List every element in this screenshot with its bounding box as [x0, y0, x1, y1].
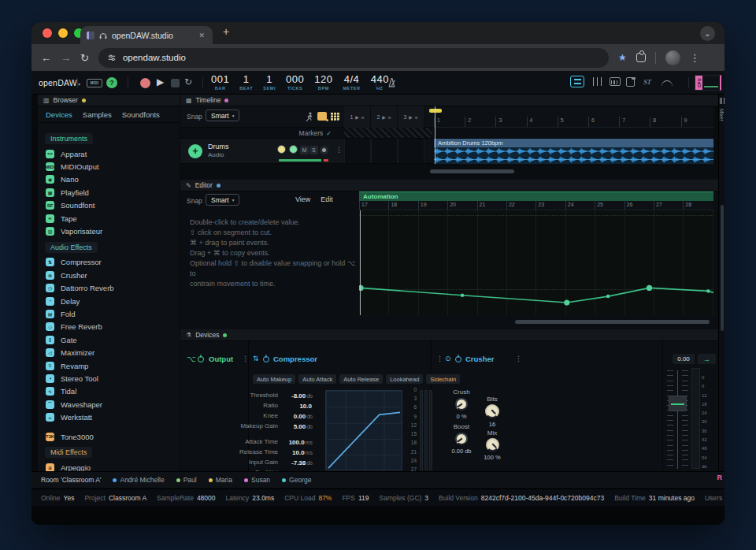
crusher-device-name[interactable]: Crusher [465, 355, 494, 363]
browser-tab-item[interactable]: Soundfonts [122, 110, 160, 119]
param-row[interactable]: Release Time 10.0ms [226, 447, 313, 457]
editor-menu-item[interactable]: View [295, 195, 310, 203]
close-window-button[interactable] [43, 28, 52, 38]
browser-device-item[interactable]: ▥ Vaporisateur [38, 225, 180, 237]
follow-playhead-icon[interactable] [305, 112, 313, 122]
browser-device-item[interactable]: MIDI MIDIOutput [38, 160, 180, 173]
compressor-curve-graph[interactable] [325, 390, 402, 470]
output-device-name[interactable]: Output [209, 355, 233, 363]
output-power-icon[interactable] [198, 356, 204, 362]
transport-field[interactable]: 000 TICKS [286, 73, 304, 91]
scene-play-icon[interactable]: ▶ [382, 114, 386, 120]
browser-device-item[interactable]: ◉ Nano [38, 173, 180, 186]
browser-device-item[interactable]: ⊙ Crusher [38, 269, 180, 281]
timeline-ruler[interactable]: 123456789 [434, 106, 713, 128]
param-row[interactable]: Attack Time 100.0ms [226, 437, 313, 447]
compressor-tab[interactable]: Sidechain [426, 374, 460, 384]
notepad-view-button[interactable] [626, 77, 635, 87]
master-fader[interactable] [667, 370, 688, 469]
studio-view-button[interactable]: ST [640, 76, 654, 87]
arranger-view-button[interactable] [570, 76, 584, 87]
scene-play-icon[interactable]: ▶ [355, 114, 359, 120]
crusher-drag-handle[interactable]: ⋮ [436, 355, 443, 362]
browser-device-item[interactable]: ≋ Arpeggio [38, 461, 180, 471]
track-pan-knob[interactable] [289, 145, 298, 154]
browser-device-item[interactable]: ▤ Fold [38, 307, 180, 320]
room-user[interactable]: Maria [209, 476, 232, 484]
browser-device-item[interactable]: SF Soundfont [38, 199, 180, 212]
track-volume-knob[interactable] [277, 145, 286, 154]
extensions-icon[interactable] [636, 53, 646, 62]
playhead[interactable] [435, 106, 435, 164]
mixer-view-button[interactable] [590, 76, 604, 87]
scene-stop-icon[interactable]: ■ [388, 115, 391, 120]
browser-device-item[interactable]: ⇅ Compressor [38, 256, 180, 269]
compressor-device-name[interactable]: Compressor [273, 355, 317, 363]
editor-menu-item[interactable]: Edit [321, 195, 333, 203]
browser-tab-item[interactable]: Devices [46, 110, 72, 119]
editor-hscrollbar[interactable] [515, 320, 710, 324]
track-name[interactable]: Drums [208, 143, 229, 151]
room-user[interactable]: André Michelle [113, 476, 164, 484]
compressor-tab[interactable]: Auto Makeup [253, 374, 295, 384]
browser-device-item[interactable]: ◔ Delay [38, 295, 180, 307]
crusher-power-icon[interactable] [455, 356, 461, 362]
app-menu-button[interactable]: openDAW▾ [39, 78, 80, 87]
browser-device-item[interactable]: ↧ Gate [38, 333, 180, 346]
reload-icon[interactable]: ↻ [80, 52, 89, 64]
clip-panel-toggle-icon[interactable] [317, 112, 327, 121]
fader-handle[interactable] [669, 396, 687, 411]
scene-cell[interactable]: 2 ▶ ■ [371, 106, 398, 128]
boost-knob[interactable] [455, 433, 468, 445]
automation-header[interactable]: Automation [359, 191, 713, 201]
arm-record-button[interactable] [320, 146, 328, 154]
room-user[interactable]: Susan [244, 476, 270, 484]
scene-cell[interactable]: 1 ▶ ■ [344, 106, 371, 128]
editor-ruler[interactable]: 171819202122232425262728 [359, 201, 713, 210]
solo-button[interactable]: S [309, 146, 318, 154]
transport-field[interactable]: 4/4 METER [343, 73, 360, 91]
compressor-tab[interactable]: Lookahead [386, 374, 423, 384]
tab-search-button[interactable]: ⌄ [700, 26, 715, 41]
transport-field[interactable]: 001 BAR [211, 73, 229, 91]
compressor-tab[interactable]: Auto Attack [298, 374, 336, 384]
scene-stop-icon[interactable]: ■ [361, 115, 365, 120]
browser-device-item[interactable]: ◇ Free Reverb [38, 321, 180, 333]
grid-panel-toggle-icon[interactable] [330, 112, 339, 121]
metronome-icon[interactable] [386, 76, 398, 88]
snap-dropdown[interactable]: Smart▾ [206, 194, 239, 206]
piano-view-button[interactable] [610, 77, 621, 86]
master-gain-value[interactable]: 0.00 [673, 354, 695, 364]
playhead[interactable] [360, 210, 361, 315]
help-button[interactable]: ? [106, 77, 117, 88]
master-routing-arrow[interactable]: → [698, 354, 716, 364]
output-menu-icon[interactable]: ⋮ [242, 355, 249, 362]
snap-dropdown[interactable]: Smart▾ [206, 110, 239, 121]
stop-button[interactable] [171, 79, 180, 87]
browser-device-item[interactable]: <> Apparat [38, 147, 180, 160]
new-tab-button[interactable]: + [223, 25, 229, 38]
modular-view-button[interactable] [660, 76, 674, 87]
room-user[interactable]: Paul [176, 476, 197, 484]
browser-tab-item[interactable]: Samples [83, 110, 112, 119]
editor-vscrollbar[interactable] [721, 205, 724, 331]
scene-cell[interactable]: 3 ▶ ■ [398, 106, 424, 128]
transport-field[interactable]: 1 BEAT [239, 73, 253, 91]
browser-device-item[interactable]: ◷ Dattorro Reverb [38, 282, 180, 295]
clip-slot[interactable] [398, 139, 424, 163]
tab-close-icon[interactable]: ✕ [197, 32, 206, 39]
panel-state-dot[interactable] [82, 98, 86, 102]
crusher-menu-icon[interactable]: ⋮ [515, 355, 522, 362]
bookmark-star-icon[interactable]: ★ [618, 52, 627, 63]
browser-device-item[interactable]: ▦ Playfield [38, 186, 180, 199]
track-menu-icon[interactable]: ⋮ [335, 146, 343, 154]
minimize-window-button[interactable] [58, 28, 68, 38]
site-settings-icon[interactable] [107, 53, 117, 62]
param-row[interactable]: Threshold -8.00db [226, 390, 313, 400]
audio-clip[interactable]: Ambition Drums 120bpm [434, 139, 713, 164]
record-button[interactable] [140, 78, 150, 88]
clip-waveform[interactable] [434, 147, 713, 164]
param-row[interactable]: Makeup Gain 5.00db [226, 421, 313, 431]
scene-play-icon[interactable]: ▶ [409, 114, 413, 120]
scene-stop-icon[interactable]: ■ [415, 115, 418, 120]
